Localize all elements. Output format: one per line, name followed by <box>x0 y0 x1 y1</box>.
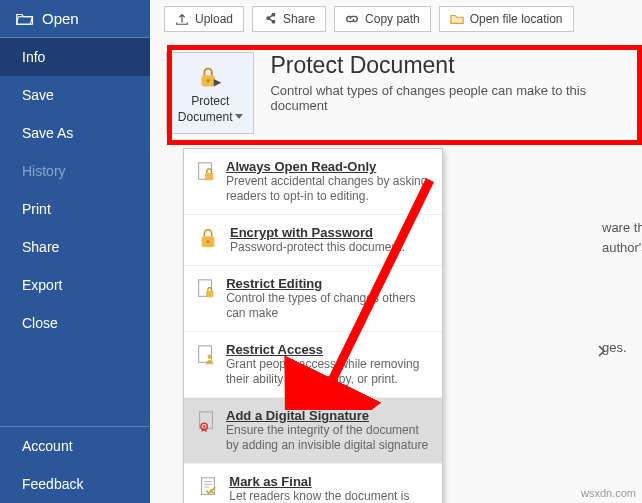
info-toolbar: Upload Share Copy path Open file locatio… <box>150 0 642 42</box>
share-icon <box>263 12 277 26</box>
watermark: wsxdn.com <box>581 487 636 499</box>
svg-point-8 <box>206 240 209 243</box>
menu-item-restrict-access[interactable]: Restrict AccessGrant people access while… <box>184 332 442 398</box>
protect-title: Protect Document <box>270 52 632 79</box>
share-button[interactable]: Share <box>252 6 326 32</box>
sidebar-item-feedback[interactable]: Feedback <box>0 465 150 503</box>
svg-point-2 <box>272 20 275 23</box>
protect-document-menu: Always Open Read-OnlyPrevent accidental … <box>183 148 443 503</box>
svg-point-12 <box>208 355 212 359</box>
open-location-button[interactable]: Open file location <box>439 6 574 32</box>
svg-point-4 <box>206 79 210 83</box>
protect-btn-label1: Protect <box>191 94 229 108</box>
doc-restrict-icon <box>196 278 216 300</box>
doc-lock-icon <box>196 161 216 183</box>
backstage-sidebar: Open Info Save Save As History Print Sha… <box>0 0 150 503</box>
protect-document-panel: Protect Document Protect Document Contro… <box>150 42 642 144</box>
sidebar-item-print[interactable]: Print <box>0 190 150 228</box>
chevron-down-icon <box>235 114 243 120</box>
link-icon <box>345 12 359 26</box>
svg-point-0 <box>272 13 275 16</box>
sidebar-item-close[interactable]: Close <box>0 304 150 342</box>
doc-final-icon <box>198 476 218 498</box>
sidebar-item-info[interactable]: Info <box>0 38 150 76</box>
sidebar-item-save-as[interactable]: Save As <box>0 114 150 152</box>
protect-btn-label2: Document <box>178 110 233 124</box>
menu-item-read-only[interactable]: Always Open Read-OnlyPrevent accidental … <box>184 149 442 215</box>
doc-ribbon-icon <box>196 410 216 432</box>
sidebar-item-history[interactable]: History <box>0 152 150 190</box>
doc-person-icon <box>196 344 216 366</box>
copy-path-button[interactable]: Copy path <box>334 6 431 32</box>
svg-point-1 <box>267 17 270 20</box>
background-text: ware that it contains: author's name <box>602 218 642 257</box>
protect-desc: Control what types of changes people can… <box>270 83 632 113</box>
upload-icon <box>175 12 189 26</box>
open-label: Open <box>42 10 79 27</box>
svg-point-15 <box>203 425 205 427</box>
folder-icon <box>450 12 464 26</box>
lock-shield-icon <box>195 62 225 92</box>
folder-open-icon <box>16 12 34 26</box>
protect-document-button[interactable]: Protect Document <box>166 52 254 134</box>
svg-rect-11 <box>199 346 212 363</box>
sidebar-item-account[interactable]: Account <box>0 427 150 465</box>
menu-item-mark-final[interactable]: Mark as FinalLet readers know the docume… <box>184 464 442 503</box>
chevron-right-icon <box>598 345 606 357</box>
sidebar-item-save[interactable]: Save <box>0 76 150 114</box>
upload-button[interactable]: Upload <box>164 6 244 32</box>
sidebar-item-export[interactable]: Export <box>0 266 150 304</box>
sidebar-item-share[interactable]: Share <box>0 228 150 266</box>
lock-key-icon <box>198 227 218 249</box>
menu-item-digital-signature[interactable]: Add a Digital SignatureEnsure the integr… <box>184 398 442 464</box>
menu-item-encrypt[interactable]: Encrypt with PasswordPassword-protect th… <box>184 215 442 266</box>
svg-rect-10 <box>206 291 213 297</box>
svg-rect-6 <box>205 173 213 180</box>
open-header[interactable]: Open <box>0 0 150 37</box>
menu-item-restrict-editing[interactable]: Restrict EditingControl the types of cha… <box>184 266 442 332</box>
